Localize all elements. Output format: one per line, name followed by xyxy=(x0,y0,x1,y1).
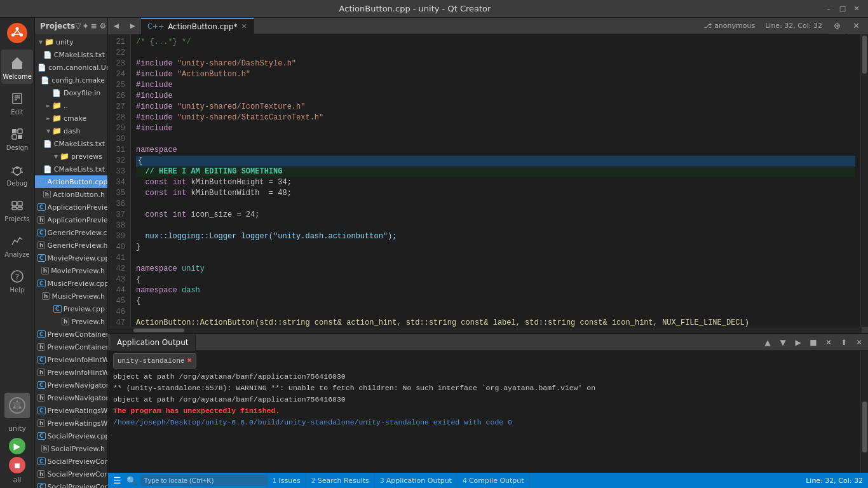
nav-forward-button[interactable]: ► xyxy=(125,18,141,34)
close-button[interactable]: ✕ xyxy=(851,4,862,14)
tree-item-applicationpreview-cpp[interactable]: C ApplicationPreview.cpp xyxy=(35,201,107,214)
tree-item-musicpreview-cpp[interactable]: C MusicPreview.cpp xyxy=(35,277,107,290)
svg-rect-12 xyxy=(12,135,17,139)
tree-item-socialpreviewcomments-h[interactable]: h SocialPreviewComments.h xyxy=(35,468,107,480)
sidebar-item-analyze[interactable]: Analyze xyxy=(1,227,33,262)
output-close-btn[interactable]: ✕ xyxy=(853,336,865,349)
tree-item-socialpreviewcomments-cpp[interactable]: C SocialPreviewComments.cpp xyxy=(35,455,107,468)
status-tab-compile[interactable]: 4 Compile Output xyxy=(458,473,530,488)
status-tab-appoutput[interactable]: 3 Application Output xyxy=(375,473,458,488)
tree-item-socialpreview-cpp[interactable]: C SocialPreview.cpp xyxy=(35,430,107,442)
tree-item-prev-cmakelists[interactable]: 📄 CMakeLists.txt xyxy=(35,163,107,175)
tree-item-previewratingswidget-h[interactable]: h PreviewRatingsWidget.h xyxy=(35,417,107,430)
tree-item-previewcontainer-h[interactable]: h PreviewContainer.h xyxy=(35,341,107,353)
tree-item-unity-gschema[interactable]: 📄 com.canonical.Unity.gschema.xml xyxy=(35,61,107,74)
sidebar-item-welcome[interactable]: Welcome xyxy=(1,50,33,84)
title-text: ActionButton.cpp - unity - Qt Creator xyxy=(6,4,824,13)
filter-icon[interactable]: ▽ xyxy=(75,22,81,30)
status-tab-issues[interactable]: 1 Issues xyxy=(268,473,306,488)
output-tab-main[interactable]: Application Output xyxy=(111,334,196,351)
tree-item-applicationpreview-h[interactable]: h ApplicationPreview.h xyxy=(35,214,107,226)
locate-icon[interactable]: ⌖ xyxy=(83,22,88,30)
tree-label: PreviewNavigator.h xyxy=(47,394,107,402)
tree-item-previews[interactable]: ▼ 📁 previews xyxy=(35,150,107,163)
output-panel: Application Output ▲ ▼ ▶ ■ ✕ ⬆ ✕ unity-s… xyxy=(108,333,868,473)
tree-item-actionbutton-h[interactable]: h ActionButton.h xyxy=(35,188,107,201)
tab-close-button[interactable]: ✕ xyxy=(241,22,247,30)
tree-item-moviepreview-cpp[interactable]: C MoviePreview.cpp xyxy=(35,252,107,264)
status-tab-search[interactable]: 2 Search Results xyxy=(306,473,375,488)
tree-item-dash-cmakelists[interactable]: 📄 CMakeLists.txt xyxy=(35,137,107,150)
tree-item-previewinfohintwidget-h[interactable]: h PreviewInfoHintWidget.h xyxy=(35,366,107,379)
sidebar-item-projects[interactable]: Projects xyxy=(1,192,33,226)
tree-item-previewinfohintwidget-cpp[interactable]: C PreviewInfoHintWidget.cpp xyxy=(35,353,107,366)
unity-project-label: unity xyxy=(8,423,26,435)
position-status: Line: 32, Col: 32 xyxy=(806,477,863,485)
tree-item-previewcontainer-cpp[interactable]: C PreviewContainer.cpp xyxy=(35,328,107,341)
tree-item-dotdot[interactable]: ► 📁 .. xyxy=(35,99,107,112)
file-tree: ▼ 📁 unity 📄 CMakeLists.txt 📄 com.canonic… xyxy=(35,34,107,488)
projects-label: Projects xyxy=(4,215,29,222)
collapse-icon[interactable]: ≡ xyxy=(90,22,97,30)
code-hscroll[interactable] xyxy=(108,327,868,333)
settings-icon[interactable]: ⚙ xyxy=(100,22,107,30)
error-status-icon: ✖ xyxy=(187,355,192,367)
tab-right: ⎇ anonymous Line: 32, Col: 32 ⊕ ✕ xyxy=(703,18,868,34)
tree-item-cmakelists[interactable]: 📄 CMakeLists.txt xyxy=(35,48,107,61)
tree-item-doxyfile[interactable]: 📄 Doxyfile.in xyxy=(35,86,107,99)
tree-item-preview-h[interactable]: h Preview.h xyxy=(35,315,107,328)
run-button[interactable]: ▶ xyxy=(9,438,25,454)
status-menu-icon[interactable]: ☰ xyxy=(113,475,121,485)
tree-item-moviepreview-h[interactable]: h MoviePreview.h xyxy=(35,264,107,277)
tree-item-cmake[interactable]: ► 📁 cmake xyxy=(35,112,107,125)
tree-item-previewratingswidget-cpp[interactable]: C PreviewRatingsWidget.cpp xyxy=(35,404,107,417)
output-scroll-down[interactable]: ▼ xyxy=(776,336,789,349)
sidebar-item-help[interactable]: ? Help xyxy=(1,263,33,297)
nav-back-button[interactable]: ◄ xyxy=(108,18,125,34)
output-scroll-up[interactable]: ▲ xyxy=(761,336,774,349)
tree-item-dash[interactable]: ▼ 📁 dash xyxy=(35,125,107,137)
output-run-btn[interactable]: ▶ xyxy=(792,336,804,349)
edit-icon xyxy=(8,90,26,107)
tree-item-actionbutton-cpp[interactable]: C ActionButton.cpp xyxy=(35,175,107,188)
window-controls: – □ ✕ xyxy=(824,4,862,14)
ubuntu-logo[interactable] xyxy=(7,23,27,43)
tree-item-genericpreview-h[interactable]: h GenericPreview.h xyxy=(35,239,107,252)
svg-text:?: ? xyxy=(15,272,20,281)
svg-rect-6 xyxy=(13,93,22,104)
minimize-button[interactable]: – xyxy=(824,4,834,14)
tree-item-previewnavigator-h[interactable]: h PreviewNavigator.h xyxy=(35,391,107,404)
tree-item-config-h-cmake[interactable]: 📄 config.h.cmake xyxy=(35,74,107,86)
output-maximize-btn[interactable]: ⬆ xyxy=(837,336,850,349)
split-editor-button[interactable]: ⊕ xyxy=(829,18,845,34)
code-content[interactable]: /* {...*} */#include "unity-shared/DashS… xyxy=(131,34,860,327)
tree-item-musicpreview-h[interactable]: h MusicPreview.h xyxy=(35,290,107,302)
process-tab[interactable]: unity-standalone ✖ xyxy=(113,353,196,369)
tree-item-socialpreviewcontent-cpp[interactable]: C SocialPreviewContent.cpp xyxy=(35,480,107,488)
output-scrollbar-thumb xyxy=(862,402,867,452)
tree-item-genericpreview-cpp[interactable]: C GenericPreview.cpp xyxy=(35,226,107,239)
tree-item-socialpreview-h[interactable]: h SocialPreview.h xyxy=(35,442,107,455)
projects-panel: Projects ▽ ⌖ ≡ ⚙ ✕ ▼ 📁 unity 📄 CMakeList… xyxy=(35,18,108,488)
editor-scrollbar[interactable] xyxy=(860,34,868,327)
edit-label: Edit xyxy=(11,109,23,116)
tree-label: CMakeLists.txt xyxy=(54,140,105,148)
tree-item-previewnavigator-cpp[interactable]: C PreviewNavigator.cpp xyxy=(35,379,107,391)
sidebar-item-design[interactable]: Design xyxy=(1,121,33,155)
close-editor-button[interactable]: ✕ xyxy=(848,18,864,34)
output-scrollbar[interactable] xyxy=(860,351,868,473)
stop-button[interactable]: ■ xyxy=(9,457,25,473)
editor-scrollbar-thumb[interactable] xyxy=(862,36,867,74)
maximize-button[interactable]: □ xyxy=(837,4,848,14)
tree-label: PreviewContainer.h xyxy=(47,343,107,351)
sidebar-item-edit[interactable]: Edit xyxy=(1,85,33,119)
editor-tab-actionbutton[interactable]: C++ ActionButton.cpp* ✕ xyxy=(141,18,254,34)
tree-item-unity-root[interactable]: ▼ 📁 unity xyxy=(35,36,107,48)
tab-label-appoutput: Application Output xyxy=(386,477,452,485)
output-clear-btn[interactable]: ✕ xyxy=(822,336,835,349)
tree-item-preview-cpp[interactable]: C Preview.cpp xyxy=(35,302,107,315)
output-stop-btn[interactable]: ■ xyxy=(807,336,820,349)
locate-input[interactable] xyxy=(140,475,268,486)
sidebar-item-debug[interactable]: Debug xyxy=(1,156,33,191)
design-icon xyxy=(8,125,26,143)
